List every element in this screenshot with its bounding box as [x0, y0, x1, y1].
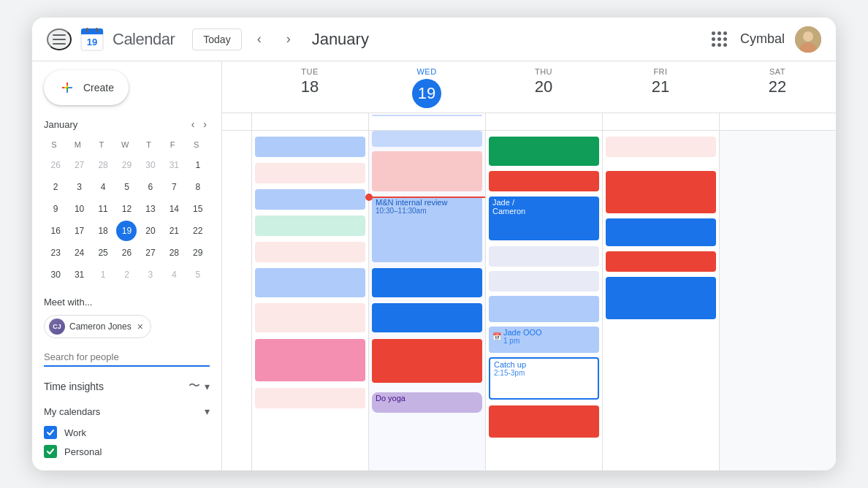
- event-block[interactable]: [372, 151, 482, 191]
- mini-cal-day[interactable]: 14: [164, 199, 184, 219]
- event-block[interactable]: [255, 339, 365, 381]
- event-block[interactable]: [606, 218, 716, 246]
- mini-cal-day[interactable]: 29: [188, 243, 208, 263]
- mini-cal-prev[interactable]: ‹: [189, 117, 198, 131]
- mini-cal-day[interactable]: 7: [164, 177, 184, 197]
- my-calendars-chevron[interactable]: ▾: [205, 405, 210, 417]
- all-day-fri[interactable]: [602, 113, 719, 130]
- event-block[interactable]: [489, 246, 599, 267]
- all-day-wed[interactable]: [368, 113, 485, 130]
- event-block[interactable]: [255, 303, 365, 332]
- all-day-event[interactable]: [372, 115, 482, 116]
- event-block[interactable]: [255, 189, 365, 210]
- event-block[interactable]: [606, 171, 716, 213]
- event-block[interactable]: [255, 268, 365, 297]
- mini-cal-day[interactable]: 2: [116, 264, 137, 285]
- mini-cal-day[interactable]: 3: [69, 177, 90, 197]
- menu-button[interactable]: [47, 28, 72, 50]
- mini-cal-day[interactable]: 30: [140, 155, 161, 175]
- mini-cal-day[interactable]: 1: [188, 155, 208, 175]
- mini-cal-day[interactable]: 5: [188, 264, 208, 285]
- mini-cal-day[interactable]: 29: [116, 155, 137, 175]
- day-col-tue[interactable]: [251, 131, 368, 470]
- all-day-thu[interactable]: [485, 113, 602, 130]
- mini-cal-next[interactable]: ›: [200, 117, 210, 131]
- all-day-sat[interactable]: [719, 113, 836, 130]
- mini-cal-day[interactable]: 10: [69, 199, 90, 219]
- mini-cal-day[interactable]: 1: [93, 264, 113, 285]
- mini-cal-day[interactable]: 31: [164, 155, 184, 175]
- mini-cal-day[interactable]: 9: [45, 199, 66, 219]
- event-block[interactable]: [372, 339, 482, 383]
- mini-cal-day[interactable]: 4: [164, 264, 184, 285]
- mini-cal-day[interactable]: 2: [45, 177, 66, 197]
- event-block[interactable]: [489, 271, 599, 291]
- event-block[interactable]: [489, 171, 599, 191]
- event-block[interactable]: [255, 216, 365, 236]
- calendar-item-work[interactable]: Work: [44, 423, 210, 442]
- event-block[interactable]: [372, 131, 482, 147]
- next-button[interactable]: ›: [277, 28, 300, 51]
- event-block[interactable]: [255, 388, 365, 408]
- mini-cal-day[interactable]: 27: [69, 155, 90, 175]
- user-avatar[interactable]: [795, 26, 821, 53]
- event-block[interactable]: [255, 137, 365, 157]
- mini-cal-day[interactable]: 11: [93, 199, 113, 219]
- event-block[interactable]: [372, 303, 482, 332]
- event-catch-up[interactable]: Catch up 2:15-3pm: [489, 357, 599, 400]
- mini-cal-day[interactable]: 8: [188, 177, 208, 197]
- day-col-fri[interactable]: [602, 131, 719, 470]
- event-block[interactable]: [489, 137, 599, 166]
- mini-cal-today[interactable]: 19: [116, 221, 137, 241]
- mini-cal-day[interactable]: 27: [140, 243, 161, 263]
- event-block[interactable]: [606, 277, 716, 319]
- mini-cal-day[interactable]: 25: [93, 243, 113, 263]
- mini-cal-day[interactable]: 13: [140, 199, 161, 219]
- mini-cal-day[interactable]: 23: [45, 243, 66, 263]
- mini-cal-day[interactable]: 21: [164, 221, 184, 241]
- mini-cal-day[interactable]: 17: [69, 221, 90, 241]
- mini-cal-day[interactable]: 15: [188, 199, 208, 219]
- time-insights-chevron[interactable]: ▾: [205, 381, 210, 392]
- mini-cal-day[interactable]: 24: [69, 243, 90, 263]
- apps-grid-icon[interactable]: [709, 28, 730, 50]
- mini-cal-day[interactable]: 30: [45, 264, 66, 285]
- event-block[interactable]: [489, 405, 599, 438]
- mini-cal-day[interactable]: 26: [116, 243, 137, 263]
- event-jade-ooo[interactable]: 📅 Jade OOO 1 pm: [489, 327, 599, 353]
- prev-button[interactable]: ‹: [248, 28, 271, 51]
- event-mninternal[interactable]: M&N internal review 10:30–11:30am: [372, 197, 482, 262]
- work-checkbox[interactable]: [44, 426, 57, 439]
- mini-cal-day[interactable]: 5: [116, 177, 137, 197]
- mini-cal-day[interactable]: 18: [93, 221, 113, 241]
- mini-cal-day[interactable]: 6: [140, 177, 161, 197]
- mini-cal-day[interactable]: 28: [164, 243, 184, 263]
- mini-cal-day[interactable]: 31: [69, 264, 90, 285]
- all-day-tue[interactable]: [251, 113, 368, 130]
- mini-cal-day[interactable]: 4: [93, 177, 113, 197]
- day-col-wed[interactable]: M&N internal review 10:30–11:30am Do yog…: [368, 131, 485, 470]
- event-jade-cameron[interactable]: Jade / Cameron: [489, 197, 599, 240]
- today-button[interactable]: Today: [192, 28, 241, 50]
- mini-cal-day[interactable]: 26: [45, 155, 66, 175]
- remove-cameron-button[interactable]: ×: [136, 321, 145, 332]
- event-block[interactable]: [489, 296, 599, 322]
- event-block[interactable]: [606, 137, 716, 157]
- event-block[interactable]: [606, 251, 716, 272]
- search-people-input[interactable]: [44, 348, 210, 367]
- insights-graph-icon[interactable]: 〜: [189, 378, 200, 394]
- personal-checkbox[interactable]: [44, 445, 57, 458]
- event-block[interactable]: [372, 268, 482, 297]
- mini-cal-day[interactable]: 16: [45, 221, 66, 241]
- event-do-yoga[interactable]: Do yoga: [372, 392, 482, 413]
- mini-cal-day[interactable]: 12: [116, 199, 137, 219]
- mini-cal-day[interactable]: 28: [93, 155, 113, 175]
- day-col-sat[interactable]: [719, 131, 836, 470]
- mini-cal-day[interactable]: 20: [140, 221, 161, 241]
- mini-cal-day[interactable]: 3: [140, 264, 161, 285]
- create-button[interactable]: Create: [44, 70, 129, 105]
- event-block[interactable]: [255, 163, 365, 183]
- mini-cal-day[interactable]: 22: [188, 221, 208, 241]
- event-block[interactable]: [255, 242, 365, 262]
- calendar-item-personal[interactable]: Personal: [44, 442, 210, 461]
